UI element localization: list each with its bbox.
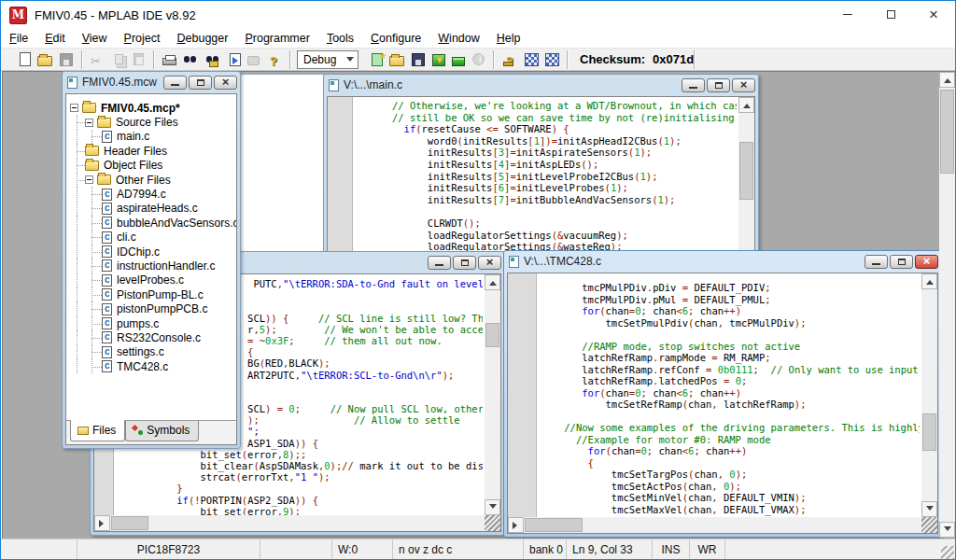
app-title: FMIV0.45 - MPLAB IDE v8.92 (35, 8, 196, 22)
tree-collapse-toggle[interactable] (85, 119, 93, 127)
scrollbar-thumb[interactable] (940, 90, 954, 174)
close-button[interactable] (214, 76, 237, 90)
tree-collapse-toggle[interactable] (70, 104, 78, 112)
tree-item-aspirateheads-c[interactable]: aspirateHeads.c (70, 202, 234, 216)
key-icon[interactable] (502, 52, 518, 67)
open-file-icon[interactable] (37, 56, 52, 66)
scroll-down-button[interactable] (939, 522, 955, 538)
scrollbar-thumb[interactable] (922, 413, 936, 451)
tree-item-tmc428-c[interactable]: TMC428.c (70, 359, 234, 373)
scrollbar-thumb[interactable] (485, 323, 499, 347)
save-workspace-icon[interactable] (412, 53, 425, 66)
tree-item-ad7994-c[interactable]: AD7994.c (70, 187, 234, 201)
tree-item-cli-c[interactable]: cli.c (70, 231, 234, 245)
scroll-up-button[interactable] (939, 72, 955, 88)
goto-locator-icon[interactable] (230, 53, 241, 66)
close-button[interactable] (912, 1, 955, 28)
menu-view[interactable]: View (74, 30, 116, 47)
menu-tools[interactable]: Tools (318, 30, 362, 47)
print-icon[interactable] (162, 58, 176, 65)
scroll-up-button[interactable] (738, 97, 754, 113)
tree-item-instructionhandler-c[interactable]: instructionHandler.c (70, 259, 234, 273)
menu-edit[interactable]: Edit (36, 30, 74, 47)
resize-grip[interactable] (941, 546, 954, 559)
tree-item-main-c[interactable]: main.c (70, 130, 234, 144)
chevron-down-icon[interactable] (343, 51, 358, 68)
editor-main-title: V:\...\main.c (344, 78, 402, 91)
grid-1-icon[interactable] (525, 53, 539, 66)
restore-button[interactable] (890, 255, 913, 269)
tree-item-levelprobes-c[interactable]: levelProbes.c (70, 273, 234, 287)
close-button[interactable] (915, 255, 938, 269)
tree-item-pumps-c[interactable]: pumps.c (70, 316, 234, 330)
menu-file[interactable]: File (1, 30, 36, 47)
new-file-icon[interactable] (20, 52, 31, 66)
close-button[interactable] (478, 256, 501, 270)
tree-item-source-files[interactable]: Source Files (70, 115, 234, 129)
maximize-button[interactable] (869, 1, 912, 28)
tree-item-pistonpumppcb-c[interactable]: pistonPumpPCB.c (70, 301, 234, 315)
scroll-down-button[interactable] (485, 499, 500, 515)
restore-button[interactable] (453, 256, 476, 270)
tree-collapse-toggle[interactable] (85, 175, 93, 184)
horizontal-scrollbar[interactable] (94, 515, 485, 531)
menu-programmer[interactable]: Programmer (236, 30, 317, 47)
menu-project[interactable]: Project (116, 30, 169, 47)
tree-item-settings-c[interactable]: settings.c (70, 345, 234, 359)
menu-debugger[interactable]: Debugger (169, 30, 237, 47)
mdi-vertical-scrollbar[interactable] (939, 72, 955, 538)
project-title-bar[interactable]: FMIV0.45.mcw (65, 73, 237, 91)
tree-item-header-files[interactable]: Header Files (70, 144, 234, 158)
tree-item-idchip-c[interactable]: IDChip.c (70, 245, 234, 259)
find-icon[interactable] (183, 52, 199, 67)
minimize-button[interactable] (428, 256, 451, 270)
new-project-icon[interactable] (372, 53, 383, 66)
resize-grip[interactable] (485, 515, 500, 531)
tree-connector (70, 115, 85, 129)
tree-item-rs232console-c[interactable]: RS232Console.c (70, 330, 234, 344)
scroll-up-button[interactable] (921, 273, 937, 289)
help-icon[interactable] (266, 52, 282, 67)
find-next-icon[interactable] (205, 52, 221, 67)
close-button[interactable] (732, 78, 755, 92)
scroll-down-button[interactable] (921, 501, 937, 517)
scroll-up-button[interactable] (485, 274, 500, 290)
scrollbar-thumb[interactable] (739, 142, 753, 200)
build-all-icon[interactable] (432, 54, 445, 66)
tab-symbols[interactable]: Symbols (125, 421, 199, 441)
horizontal-scrollbar[interactable] (508, 517, 921, 533)
menu-window[interactable]: Window (429, 30, 487, 47)
editor-main-title-bar[interactable]: V:\...\main.c (327, 76, 755, 94)
tree-item-pistonpump-bl-c[interactable]: PistonPump-BL.c (70, 287, 234, 301)
scroll-right-button[interactable] (508, 517, 524, 533)
editor-tmc-title-bar[interactable]: V:\...\TMC428.c (507, 252, 938, 271)
editor-gutter[interactable] (508, 273, 537, 533)
build-configuration-select[interactable]: Debug (297, 50, 358, 69)
minimize-button[interactable] (163, 76, 187, 90)
menu-help[interactable]: Help (488, 30, 529, 47)
minimize-button[interactable] (682, 78, 705, 92)
tree-item-object-files[interactable]: Object Files (70, 159, 234, 173)
scrollbar-thumb[interactable] (525, 518, 583, 532)
restore-button[interactable] (707, 78, 730, 92)
grid-2-icon[interactable] (545, 53, 559, 66)
code-area-tmc[interactable]: tmcPMulPDiv.pDiv = DEFAULT_PDIV; tmcPMul… (541, 282, 920, 517)
open-workspace-icon[interactable] (389, 56, 404, 66)
tree-connector (85, 273, 100, 287)
scrollbar-thumb[interactable] (111, 516, 148, 530)
paste-icon (134, 53, 144, 65)
resize-grip[interactable] (921, 517, 937, 533)
vertical-scrollbar[interactable] (921, 273, 937, 517)
c-file-icon (102, 189, 112, 201)
vertical-scrollbar[interactable] (485, 274, 500, 515)
tree-item-other-files[interactable]: Other Files (70, 173, 234, 187)
restore-button[interactable] (189, 76, 212, 90)
tree-item-fmiv0-45-mcp-[interactable]: FMIV0.45.mcp* (70, 101, 234, 115)
minimize-button[interactable] (865, 255, 888, 269)
menu-configure[interactable]: Configure (362, 30, 429, 47)
minimize-button[interactable] (826, 1, 869, 28)
tree-item-bubbleandvacsensors-c[interactable]: bubbleAndVacSensors.c (70, 216, 234, 230)
scroll-right-button[interactable] (94, 515, 110, 531)
make-icon[interactable] (452, 57, 465, 66)
tab-files[interactable]: Files (70, 420, 125, 441)
